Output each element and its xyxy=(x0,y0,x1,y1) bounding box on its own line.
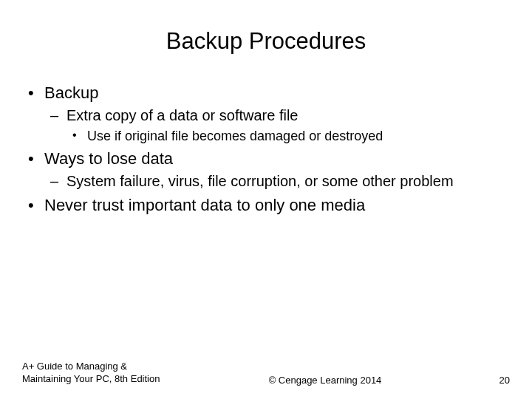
bullet-text: Backup xyxy=(44,83,98,102)
bullet-text: Ways to lose data xyxy=(44,149,173,168)
footer: A+ Guide to Managing & Maintaining Your … xyxy=(0,361,532,386)
bullet-never-trust: Never trust important data to only one m… xyxy=(22,195,510,216)
slide-title: Backup Procedures xyxy=(0,0,532,62)
bullet-ways-to-lose: Ways to lose data System failure, virus,… xyxy=(22,149,510,191)
footer-copyright: © Cengage Learning 2014 xyxy=(170,375,480,386)
bullet-text: Never trust important data to only one m… xyxy=(44,196,365,214)
bullet-list: Backup Extra copy of a data or software … xyxy=(22,83,510,215)
footer-book-title: A+ Guide to Managing & Maintaining Your … xyxy=(22,361,170,386)
sublist: System failure, virus, file corruption, … xyxy=(44,172,510,191)
bullet-system-failure: System failure, virus, file corruption, … xyxy=(44,172,510,191)
bullet-text: Use if original file becomes damaged or … xyxy=(87,129,383,143)
slide: Backup Procedures Backup Extra copy of a… xyxy=(0,0,532,399)
sublist: Extra copy of a data or software file Us… xyxy=(44,106,510,145)
slide-body: Backup Extra copy of a data or software … xyxy=(0,62,532,215)
bullet-use-if: Use if original file becomes damaged or … xyxy=(66,128,510,145)
bullet-extra-copy: Extra copy of a data or software file Us… xyxy=(44,106,510,145)
page-number: 20 xyxy=(480,375,510,386)
bullet-text: System failure, virus, file corruption, … xyxy=(66,173,454,189)
bullet-text: Extra copy of a data or software file xyxy=(66,107,299,123)
subsublist: Use if original file becomes damaged or … xyxy=(66,128,510,145)
bullet-backup: Backup Extra copy of a data or software … xyxy=(22,83,510,144)
